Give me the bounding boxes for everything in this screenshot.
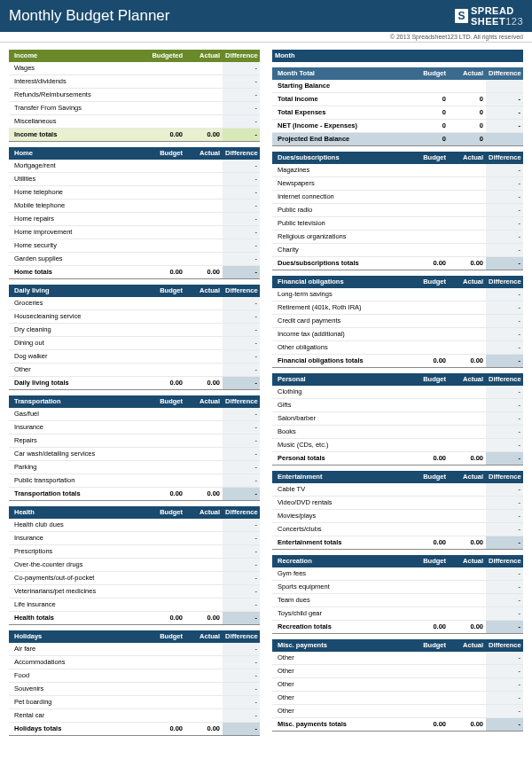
budget-cell[interactable] [148,585,185,599]
budget-cell[interactable] [148,461,185,474]
actual-cell[interactable] [185,434,223,448]
budget-cell[interactable] [411,705,449,718]
budget-cell[interactable] [411,191,449,204]
budget-cell[interactable] [148,643,185,656]
actual-cell[interactable] [185,160,223,173]
budget-cell[interactable] [411,581,449,594]
actual-cell[interactable] [449,164,486,177]
actual-cell[interactable] [185,408,223,421]
budget-cell[interactable] [411,399,449,412]
budget-cell[interactable] [411,315,449,328]
budget-cell[interactable] [411,510,449,523]
actual-cell[interactable] [449,315,486,328]
actual-cell[interactable] [449,581,486,594]
actual-cell[interactable] [185,226,223,239]
budget-cell[interactable] [148,519,185,532]
actual-cell[interactable] [449,231,486,244]
actual-cell[interactable] [449,217,486,231]
budget-cell[interactable] [411,231,449,244]
month-input[interactable] [325,50,523,62]
budget-cell[interactable] [411,288,449,301]
budget-cell[interactable] [411,386,449,399]
actual-cell[interactable] [185,213,223,226]
budget-cell[interactable] [148,669,185,683]
budget-cell[interactable] [148,474,185,488]
budget-cell[interactable] [148,324,185,337]
actual-cell[interactable] [185,115,223,129]
actual-cell[interactable] [449,665,486,678]
budget-cell[interactable] [148,297,185,310]
actual-cell[interactable] [185,709,223,723]
budget-cell[interactable] [411,523,449,536]
budget-cell[interactable] [148,239,185,253]
actual-cell[interactable] [185,643,223,656]
budget-cell[interactable] [411,412,449,426]
budget-cell[interactable] [411,328,449,341]
actual-cell[interactable] [185,297,223,310]
budget-cell[interactable] [411,652,449,665]
budget-cell[interactable] [411,244,449,257]
actual-cell[interactable] [449,386,486,399]
actual-cell[interactable] [185,461,223,474]
actual-cell[interactable] [449,567,486,581]
actual-cell[interactable] [185,559,223,572]
actual-cell[interactable] [185,239,223,253]
budget-cell[interactable] [148,102,185,115]
actual-cell[interactable] [449,692,486,705]
actual-cell[interactable] [185,200,223,213]
actual-cell[interactable] [185,253,223,266]
budget-cell[interactable] [411,341,449,355]
actual-cell[interactable] [449,523,486,536]
budget-cell[interactable] [148,213,185,226]
budget-cell[interactable] [411,567,449,581]
actual-cell[interactable] [449,288,486,301]
budget-cell[interactable] [148,226,185,239]
budget-cell[interactable] [411,692,449,705]
actual-cell[interactable] [185,324,223,337]
budget-cell[interactable] [411,204,449,217]
budget-cell[interactable] [411,439,449,452]
budget-cell[interactable] [148,559,185,572]
budget-cell[interactable] [148,75,185,89]
budget-cell[interactable] [148,683,185,696]
actual-cell[interactable] [185,62,223,75]
actual-cell[interactable] [185,102,223,115]
actual-cell[interactable] [185,350,223,364]
actual-cell[interactable] [185,585,223,599]
budget-cell[interactable] [148,160,185,173]
actual-cell[interactable] [449,497,486,510]
actual-cell[interactable] [185,696,223,709]
budget-cell[interactable] [411,483,449,497]
budget-cell[interactable] [148,200,185,213]
actual-cell[interactable] [449,652,486,665]
budget-cell[interactable] [148,572,185,585]
actual-cell[interactable] [449,204,486,217]
budget-cell[interactable] [148,186,185,200]
actual-cell[interactable] [185,545,223,559]
actual-cell[interactable] [185,599,223,612]
budget-cell[interactable] [411,301,449,315]
budget-cell[interactable] [148,532,185,545]
actual-cell[interactable] [185,519,223,532]
actual-cell[interactable] [449,510,486,523]
budget-cell[interactable] [148,253,185,266]
budget-cell[interactable] [411,678,449,692]
budget-cell[interactable] [411,497,449,510]
actual-cell[interactable] [185,186,223,200]
actual-cell[interactable] [185,75,223,89]
budget-cell[interactable] [148,421,185,434]
actual-cell[interactable] [185,656,223,669]
budget-cell[interactable] [411,607,449,621]
actual-cell[interactable] [449,399,486,412]
actual-cell[interactable] [185,474,223,488]
actual-cell[interactable] [449,177,486,191]
budget-cell[interactable] [148,89,185,102]
budget-cell[interactable] [148,696,185,709]
budget-cell[interactable] [411,665,449,678]
actual-cell[interactable] [449,607,486,621]
budget-cell[interactable] [148,448,185,461]
actual-cell[interactable] [449,426,486,439]
budget-cell[interactable] [411,177,449,191]
budget-cell[interactable] [148,599,185,612]
budget-cell[interactable] [148,350,185,364]
